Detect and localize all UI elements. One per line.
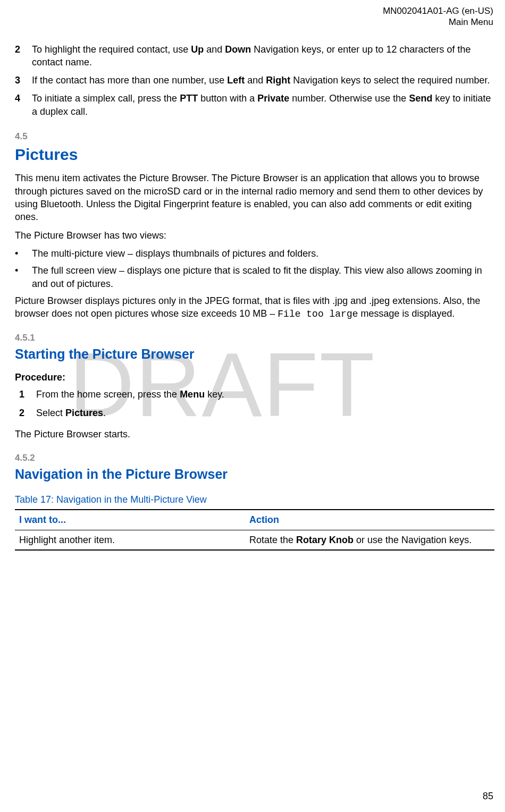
step-number: 1 xyxy=(19,388,36,401)
doc-section: Main Menu xyxy=(15,16,493,28)
top-steps-list: 2 To highlight the required contact, use… xyxy=(15,43,494,118)
list-item: 2 Select Pictures. xyxy=(19,407,494,419)
page-header: MN002041A01-AG (en-US) Main Menu xyxy=(15,5,494,28)
list-item: 4 To initiate a simplex call, press the … xyxy=(15,92,494,118)
paragraph: The Picture Browser starts. xyxy=(15,428,494,441)
bullet-icon: • xyxy=(15,247,32,260)
section-title: Starting the Picture Browser xyxy=(15,345,494,363)
step-text: To initiate a simplex call, press the PT… xyxy=(32,92,494,118)
step-number: 2 xyxy=(19,407,36,419)
bullet-text: The full screen view – displays one pict… xyxy=(32,264,494,290)
page-number: 85 xyxy=(483,790,493,802)
paragraph: This menu item activates the Picture Bro… xyxy=(15,172,494,223)
section-number: 4.5 xyxy=(15,131,494,143)
navigation-table: I want to... Action Highlight another it… xyxy=(15,509,494,551)
paragraph: Picture Browser displays pictures only i… xyxy=(15,294,494,321)
step-text: From the home screen, press the Menu key… xyxy=(36,388,494,401)
step-text: If the contact has more than one number,… xyxy=(32,74,494,87)
step-text: Select Pictures. xyxy=(36,407,494,419)
bullet-icon: • xyxy=(15,264,32,290)
table-row: Highlight another item. Rotate the Rotar… xyxy=(15,530,494,550)
list-item: 1 From the home screen, press the Menu k… xyxy=(19,388,494,401)
list-item: 2 To highlight the required contact, use… xyxy=(15,43,494,69)
bullet-item: • The full screen view – displays one pi… xyxy=(15,264,494,290)
table-header: Action xyxy=(245,510,494,530)
step-number: 2 xyxy=(15,43,32,69)
procedure-steps-list: 1 From the home screen, press the Menu k… xyxy=(15,388,494,419)
bullet-item: • The multi-picture view – displays thum… xyxy=(15,247,494,260)
table-title: Table 17: Navigation in the Multi-Pictur… xyxy=(15,493,494,506)
section-title: Pictures xyxy=(15,144,494,166)
step-number: 3 xyxy=(15,74,32,87)
table-cell: Highlight another item. xyxy=(15,530,245,550)
bullet-text: The multi-picture view – displays thumbn… xyxy=(32,247,494,260)
doc-id: MN002041A01-AG (en-US) xyxy=(15,5,493,16)
paragraph: The Picture Browser has two views: xyxy=(15,229,494,242)
table-cell: Rotate the Rotary Knob or use the Naviga… xyxy=(245,530,494,550)
table-header: I want to... xyxy=(15,510,245,530)
section-number: 4.5.1 xyxy=(15,332,494,344)
procedure-label: Procedure: xyxy=(15,371,494,384)
step-text: To highlight the required contact, use U… xyxy=(32,43,494,69)
step-number: 4 xyxy=(15,92,32,118)
list-item: 3 If the contact has more than one numbe… xyxy=(15,74,494,87)
section-number: 4.5.2 xyxy=(15,452,494,464)
section-title: Navigation in the Picture Browser xyxy=(15,466,494,484)
